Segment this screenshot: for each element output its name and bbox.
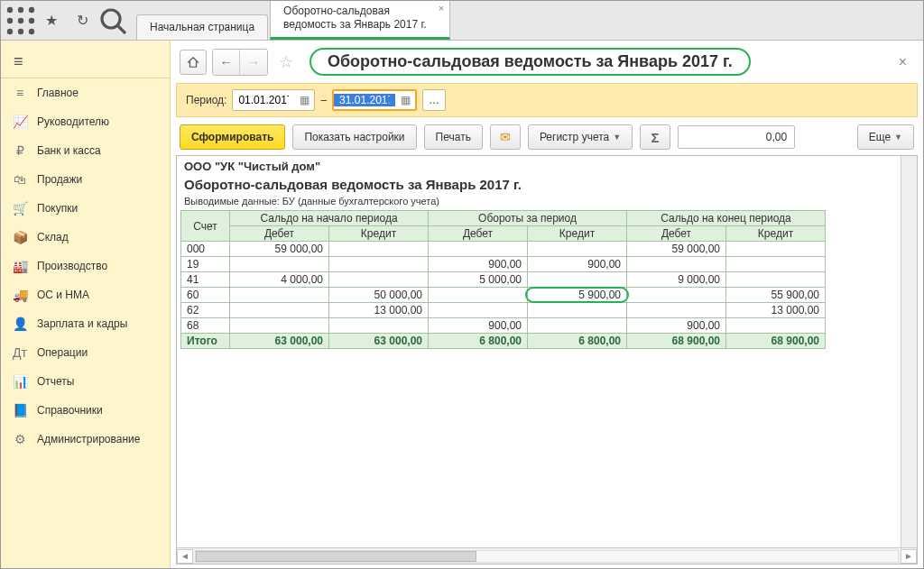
sidebar-item[interactable]: 🛒Покупки bbox=[1, 194, 170, 223]
favorite-icon[interactable]: ☆ bbox=[273, 50, 299, 75]
menu-icon[interactable]: ≡ bbox=[1, 46, 170, 78]
sidebar-icon: 📦 bbox=[12, 230, 28, 244]
sidebar-item-label: Справочники bbox=[37, 404, 103, 417]
sidebar-item-label: Покупки bbox=[37, 202, 78, 215]
chevron-down-icon: ▼ bbox=[894, 133, 902, 142]
sidebar-item-label: Банк и касса bbox=[37, 144, 101, 157]
scroll-left-icon[interactable]: ◄ bbox=[177, 549, 193, 564]
svg-point-6 bbox=[7, 28, 13, 33]
sidebar-item[interactable]: ₽Банк и касса bbox=[1, 136, 170, 165]
sidebar-item[interactable]: 👤Зарплата и кадры bbox=[1, 309, 170, 338]
svg-point-4 bbox=[18, 17, 23, 23]
tab-label: Начальная страница bbox=[150, 21, 254, 33]
sum-field[interactable]: 0,00 bbox=[678, 125, 795, 149]
sidebar-item[interactable]: 📦Склад bbox=[1, 223, 170, 252]
vertical-scrollbar[interactable] bbox=[901, 156, 917, 547]
period-from-input[interactable] bbox=[233, 94, 294, 106]
hdr-acct: Счет bbox=[181, 211, 230, 242]
sidebar-icon: ₽ bbox=[12, 143, 28, 158]
sidebar-item-label: Операции bbox=[37, 346, 88, 359]
sidebar-icon: 👤 bbox=[12, 317, 28, 331]
form-button[interactable]: Сформировать bbox=[180, 124, 285, 150]
scroll-right-icon[interactable]: ► bbox=[901, 549, 917, 564]
svg-point-9 bbox=[102, 10, 120, 28]
sidebar-icon: 🛍 bbox=[12, 172, 28, 187]
print-button[interactable]: Печать bbox=[424, 124, 483, 150]
org-name: ООО "УК "Чистый дом" bbox=[180, 158, 901, 175]
report-subtitle: Выводимые данные: БУ (данные бухгалтерск… bbox=[180, 196, 901, 210]
sidebar-item[interactable]: ≡Главное bbox=[1, 78, 170, 107]
hdr-turn: Обороты за период bbox=[429, 211, 627, 226]
sidebar-item[interactable]: ⚙Администрирование bbox=[1, 425, 170, 454]
hdr-open: Сальдо на начало периода bbox=[230, 211, 429, 226]
report-title: Оборотно-сальдовая ведомость за Январь 2… bbox=[180, 175, 901, 196]
sigma-icon: Σ bbox=[651, 130, 660, 145]
sidebar-item-label: Руководителю bbox=[37, 115, 109, 128]
history-icon[interactable]: ↻ bbox=[68, 6, 97, 35]
sidebar-icon: ⚙ bbox=[12, 432, 28, 446]
page-title: Оборотно-сальдовая ведомость за Январь 2… bbox=[310, 48, 751, 76]
search-icon[interactable] bbox=[98, 6, 127, 35]
table-row: 68900,00900,00 bbox=[181, 318, 826, 334]
sidebar-icon: 🚚 bbox=[12, 288, 28, 302]
svg-point-2 bbox=[29, 6, 34, 12]
table-row: 00059 000,0059 000,00 bbox=[181, 242, 826, 257]
sidebar-icon: Дт bbox=[12, 345, 28, 360]
svg-point-1 bbox=[18, 6, 23, 12]
tab-report[interactable]: Оборотно-сальдовая ведомость за Январь 2… bbox=[270, 0, 450, 40]
sidebar-item-label: Отчеты bbox=[37, 375, 74, 388]
table-row: 6213 000,0013 000,00 bbox=[181, 303, 826, 318]
sidebar-item[interactable]: 📈Руководителю bbox=[1, 107, 170, 136]
table-row: 19900,00900,00 bbox=[181, 257, 826, 272]
svg-point-5 bbox=[29, 17, 34, 23]
calendar-icon[interactable]: ▦ bbox=[395, 90, 415, 110]
sidebar-item[interactable]: 🛍Продажи bbox=[1, 165, 170, 194]
sidebar-item[interactable]: 🏭Производство bbox=[1, 252, 170, 280]
sidebar-icon: 🏭 bbox=[12, 259, 28, 273]
home-button[interactable] bbox=[180, 50, 207, 75]
calendar-icon[interactable]: ▦ bbox=[294, 90, 314, 110]
more-button[interactable]: Еще▼ bbox=[857, 124, 914, 150]
sidebar-item-label: Зарплата и кадры bbox=[37, 317, 127, 330]
period-label: Период: bbox=[186, 94, 226, 106]
sum-button[interactable]: Σ bbox=[640, 124, 670, 150]
sidebar-item-label: Администрирование bbox=[37, 433, 140, 445]
tab-home[interactable]: Начальная страница bbox=[136, 14, 268, 40]
sidebar-icon: 📊 bbox=[12, 374, 28, 389]
sidebar-icon: 📘 bbox=[12, 403, 28, 418]
register-button[interactable]: Регистр учета▼ bbox=[528, 124, 633, 150]
period-picker-button[interactable]: … bbox=[422, 89, 446, 111]
sidebar-item-label: Главное bbox=[37, 87, 79, 99]
envelope-icon: ✉ bbox=[500, 130, 511, 144]
sidebar-icon: 🛒 bbox=[12, 201, 28, 216]
apps-icon[interactable] bbox=[6, 6, 35, 35]
back-button[interactable]: ← bbox=[213, 50, 240, 75]
sidebar: ≡ ≡Главное📈Руководителю₽Банк и касса🛍Про… bbox=[1, 41, 171, 569]
table-row-total: Итого63 000,0063 000,006 800,006 800,006… bbox=[181, 334, 826, 349]
sidebar-item-label: Склад bbox=[37, 231, 69, 243]
svg-point-8 bbox=[29, 28, 34, 33]
sidebar-item[interactable]: 📘Справочники bbox=[1, 396, 170, 425]
period-dash: – bbox=[320, 94, 327, 106]
close-icon[interactable]: × bbox=[439, 3, 444, 15]
email-button[interactable]: ✉ bbox=[490, 124, 521, 150]
hdr-close: Сальдо на конец периода bbox=[627, 211, 826, 226]
sidebar-item[interactable]: ДтОперации bbox=[1, 338, 170, 367]
sidebar-item-label: Продажи bbox=[37, 173, 82, 186]
star-icon[interactable]: ★ bbox=[37, 6, 66, 35]
report-table: Счет Сальдо на начало периода Обороты за… bbox=[180, 210, 826, 349]
svg-line-10 bbox=[118, 26, 125, 33]
svg-point-0 bbox=[7, 6, 13, 12]
sidebar-item[interactable]: 📊Отчеты bbox=[1, 367, 170, 396]
period-to-input[interactable] bbox=[334, 94, 395, 106]
show-settings-button[interactable]: Показать настройки bbox=[292, 124, 416, 150]
tab-label: Оборотно-сальдовая ведомость за Январь 2… bbox=[283, 5, 427, 31]
forward-button[interactable]: → bbox=[240, 50, 267, 75]
sidebar-item[interactable]: 🚚ОС и НМА bbox=[1, 280, 170, 309]
sidebar-item-label: Производство bbox=[37, 260, 107, 272]
horizontal-scrollbar[interactable]: ◄ ► bbox=[177, 547, 917, 564]
sidebar-item-label: ОС и НМА bbox=[37, 289, 89, 301]
table-row: 6050 000,005 900,0055 900,00 bbox=[181, 288, 826, 303]
close-button[interactable]: × bbox=[892, 50, 914, 74]
chevron-down-icon: ▼ bbox=[613, 133, 621, 142]
